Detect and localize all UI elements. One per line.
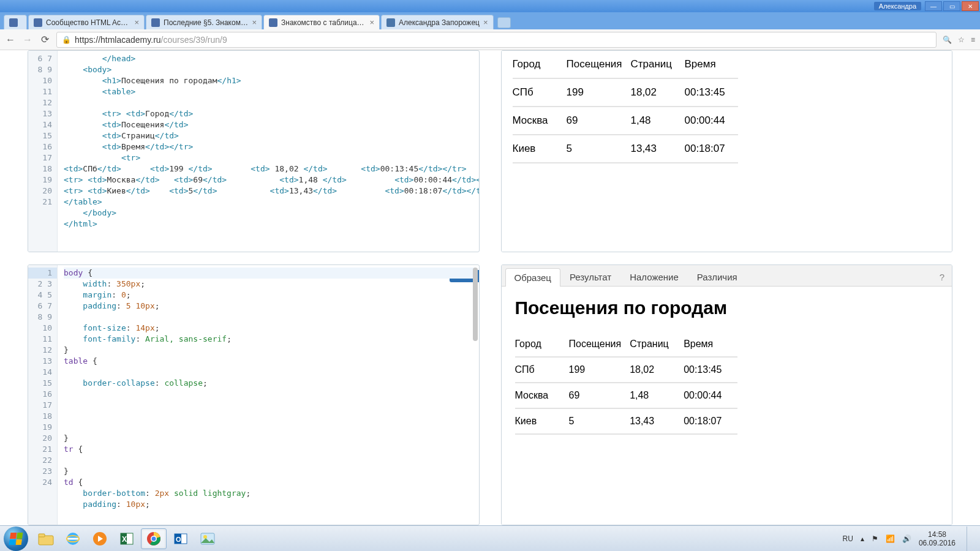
taskbar-outlook-icon[interactable]: O: [168, 528, 194, 549]
table-cell: 00:18:07: [684, 135, 738, 163]
table-cell: 1,48: [630, 383, 684, 408]
css-editor-code[interactable]: body { width: 350px; margin: 0; padding:…: [58, 265, 479, 525]
reference-panel: ОбразецРезультатНаложениеРазличия? Посещ…: [501, 264, 953, 525]
table-cell: 18,02: [630, 78, 684, 107]
svg-point-12: [152, 536, 156, 541]
table-header-cell: Время: [684, 332, 737, 357]
tab-close-icon[interactable]: ×: [252, 18, 257, 27]
table-cell: 00:13:45: [684, 78, 738, 107]
taskbar-wmp-icon[interactable]: [87, 528, 113, 549]
table-cell: Москва: [513, 107, 567, 135]
css-editor-panel[interactable]: CSS 1 2 3 4 5 6 7 8 9 10 11 12 13 14 15 …: [28, 264, 480, 525]
preview-help-icon[interactable]: ?: [940, 272, 944, 282]
taskbar-chrome-icon[interactable]: [141, 528, 167, 549]
window-minimize-button[interactable]: —: [925, 1, 942, 11]
table-cell: 00:13:45: [684, 357, 737, 383]
start-button[interactable]: [4, 527, 28, 551]
windows-taskbar: X O RU ▴ ⚑ 📶 🔊 14:58 06.09.2016: [0, 525, 980, 551]
taskbar-ie-icon[interactable]: [60, 528, 86, 549]
lock-icon: 🔒: [62, 36, 71, 44]
tab-close-icon[interactable]: ×: [134, 18, 139, 27]
nav-forward-button[interactable]: →: [22, 34, 33, 45]
tray-show-hidden-icon[interactable]: ▴: [861, 534, 864, 543]
browser-tab[interactable]: Александра Запорожец×: [381, 15, 494, 29]
css-editor-scrollbar-thumb[interactable]: [473, 268, 478, 341]
table-cell: 5: [569, 408, 630, 434]
taskbar-excel-icon[interactable]: X: [114, 528, 140, 549]
tray-flag-icon[interactable]: ⚑: [872, 534, 878, 543]
browser-tab[interactable]: [4, 15, 27, 29]
window-close-button[interactable]: ✕: [962, 1, 979, 11]
favicon-icon: [269, 18, 277, 27]
table-cell: 69: [569, 383, 630, 408]
tray-network-icon[interactable]: 📶: [886, 534, 895, 543]
tab-title: Знакомство с таблицам…: [281, 18, 366, 27]
chrome-menu-icon[interactable]: ≡: [971, 36, 975, 44]
table-row: СПб19918,0200:13:45: [513, 78, 739, 107]
browser-tab[interactable]: Последние §5. Знакомст…×: [146, 15, 262, 29]
svg-text:O: O: [176, 536, 181, 543]
address-bar[interactable]: 🔒 https://htmlacademy.ru/courses/39/run/…: [56, 32, 937, 48]
favicon-icon: [34, 18, 42, 27]
preview-tab[interactable]: Различия: [688, 268, 747, 286]
table-cell: Киев: [513, 135, 567, 163]
favicon-icon: [151, 18, 160, 27]
url-scheme: https://: [75, 35, 100, 45]
tray-language[interactable]: RU: [843, 534, 853, 543]
new-tab-button[interactable]: [497, 17, 511, 28]
table-cell: Москва: [515, 383, 569, 408]
table-row: Киев513,4300:18:07: [513, 135, 739, 163]
tab-close-icon[interactable]: ×: [369, 18, 374, 27]
table-row: Москва691,4800:00:44: [513, 107, 739, 135]
window-maximize-button[interactable]: ▭: [943, 1, 960, 11]
favicon-icon: [9, 18, 18, 27]
browser-tab[interactable]: Знакомство с таблицам…×: [263, 15, 380, 29]
table-cell: 5: [567, 135, 631, 163]
table-cell: 199: [569, 357, 630, 383]
table-header-cell: Страниц: [630, 332, 684, 357]
tab-title: Александра Запорожец: [399, 18, 480, 27]
table-header-cell: Время: [684, 51, 738, 78]
preview-tab[interactable]: Образец: [505, 268, 560, 287]
nav-back-button[interactable]: ←: [5, 34, 16, 45]
url-host: htmlacademy.ru: [100, 35, 161, 45]
table-row: Киев513,4300:18:07: [515, 408, 738, 434]
browser-toolbar: ← → ⟳ 🔒 https://htmlacademy.ru/courses/3…: [0, 29, 980, 50]
page-content: 6 7 8 9 10 11 12 13 14 15 16 17 18 19 20…: [0, 50, 980, 525]
table-header-cell: Посещения: [567, 51, 631, 78]
table-row: Москва691,4800:00:44: [515, 383, 738, 408]
tray-clock[interactable]: 14:58 06.09.2016: [919, 530, 956, 547]
favicon-icon: [386, 18, 395, 27]
show-desktop-button[interactable]: [967, 527, 973, 551]
preview-tab[interactable]: Результат: [560, 268, 620, 286]
reference-heading: Посещения по городам: [515, 298, 939, 318]
taskbar-photos-icon[interactable]: [195, 528, 221, 549]
table-header-cell: Город: [513, 51, 567, 78]
css-editor-gutter: 1 2 3 4 5 6 7 8 9 10 11 12 13 14 15 16 1…: [28, 265, 58, 525]
table-cell: 69: [567, 107, 631, 135]
reference-table: ГородПосещенияСтраницВремяСПб19918,0200:…: [515, 332, 738, 435]
table-cell: СПб: [513, 78, 567, 107]
table-cell: 00:00:44: [684, 107, 738, 135]
bookmark-star-icon[interactable]: ☆: [958, 36, 965, 44]
html-editor-panel[interactable]: 6 7 8 9 10 11 12 13 14 15 16 17 18 19 20…: [28, 50, 480, 252]
taskbar-explorer-icon[interactable]: [33, 528, 59, 549]
zoom-icon[interactable]: 🔍: [943, 36, 952, 44]
tab-title: Сообщество HTML Acade…: [46, 18, 130, 27]
table-cell: 199: [567, 78, 631, 107]
browser-tab[interactable]: Сообщество HTML Acade…×: [28, 15, 145, 29]
nav-reload-button[interactable]: ⟳: [39, 34, 50, 45]
url-path: /courses/39/run/9: [161, 35, 227, 45]
browser-tabstrip: Сообщество HTML Acade…×Последние §5. Зна…: [0, 12, 980, 29]
tray-volume-icon[interactable]: 🔊: [902, 534, 911, 543]
tab-close-icon[interactable]: ×: [483, 18, 488, 27]
table-header-cell: Посещения: [569, 332, 630, 357]
svg-point-17: [203, 535, 207, 539]
table-cell: 18,02: [630, 357, 684, 383]
preview-tab[interactable]: Наложение: [620, 268, 688, 286]
windows-user-badge: Александра: [874, 2, 921, 10]
html-editor-code[interactable]: </head> <body> <h1>Посещения по городам<…: [58, 51, 479, 252]
system-tray: RU ▴ ⚑ 📶 🔊 14:58 06.09.2016: [843, 527, 976, 551]
html-editor-gutter: 6 7 8 9 10 11 12 13 14 15 16 17 18 19 20…: [28, 51, 58, 252]
table-cell: 13,43: [630, 408, 684, 434]
